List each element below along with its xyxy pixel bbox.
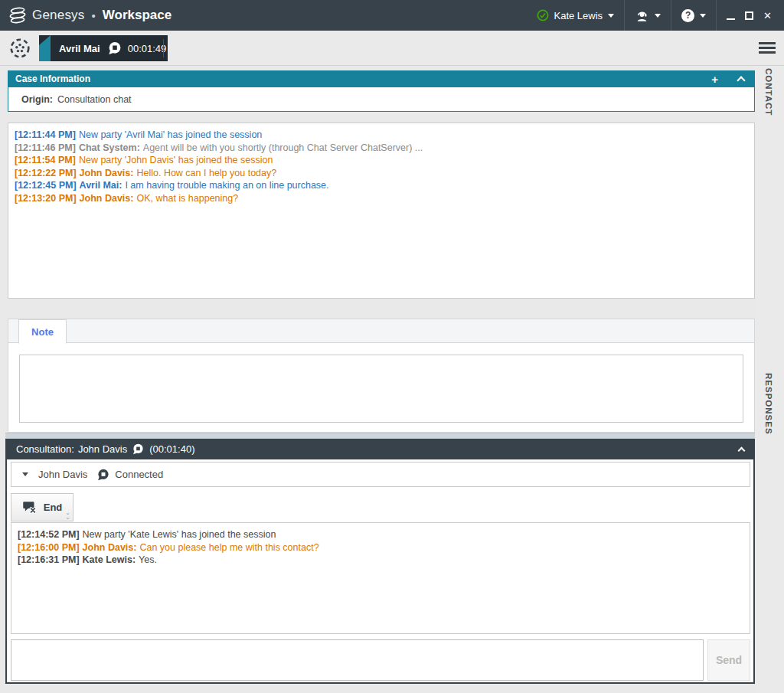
chat-interaction-tab[interactable]: Avril Mai 00:01:49 bbox=[39, 35, 168, 61]
hamburger-menu-icon[interactable] bbox=[759, 42, 776, 54]
chat-message: [12:12:45 PM]Avril Mai:I am having troub… bbox=[15, 179, 748, 192]
chat-message: [12:16:00 PM]John Davis:Can you please h… bbox=[18, 541, 743, 554]
party-status: Connected bbox=[115, 469, 163, 480]
chevron-down-icon bbox=[700, 14, 706, 18]
collapse-chevron-icon[interactable] bbox=[738, 446, 746, 454]
chat-bubble-icon bbox=[108, 41, 122, 55]
interaction-party-icon[interactable] bbox=[9, 38, 31, 59]
chat-message: [12:12:22 PM]John Davis:Hello. How can I… bbox=[15, 167, 748, 180]
window-controls: ✕ bbox=[716, 0, 784, 31]
chat-message: [12:11:54 PM]New party 'John Davis' has … bbox=[15, 154, 748, 167]
case-information-header: Case Information + bbox=[8, 70, 755, 87]
chat-message: [12:14:52 PM]New party 'Kate Lewis' has … bbox=[18, 528, 743, 541]
consultation-panel: Consultation: John Davis (00:01:40) John… bbox=[5, 439, 755, 684]
end-chat-icon bbox=[22, 501, 38, 515]
close-icon[interactable]: ✕ bbox=[763, 11, 772, 21]
tab-note[interactable]: Note bbox=[18, 319, 67, 344]
consultation-title: Consultation: bbox=[16, 443, 74, 455]
collapse-chevron-icon[interactable] bbox=[737, 76, 745, 84]
note-input[interactable] bbox=[19, 355, 743, 423]
consultation-party: John Davis bbox=[78, 443, 127, 455]
help-menu[interactable]: ? bbox=[671, 0, 716, 31]
brand: Genesys • Workspace bbox=[8, 5, 172, 25]
title-bar: Genesys • Workspace Kate Lewis ? bbox=[0, 0, 784, 31]
agent-status-menu[interactable]: Kate Lewis bbox=[527, 0, 625, 31]
origin-value: Consultation chat bbox=[57, 94, 132, 105]
end-consultation-button[interactable]: End ⌄⌄ bbox=[11, 493, 74, 521]
tab-separator bbox=[163, 39, 164, 57]
brand-name: Genesys bbox=[32, 8, 85, 23]
main-chat-transcript[interactable]: [12:11:44 PM]New party 'Avril Mai' has j… bbox=[8, 123, 755, 299]
agent-name: Kate Lewis bbox=[554, 10, 603, 21]
case-information-title: Case Information bbox=[15, 74, 90, 84]
maximize-icon[interactable] bbox=[745, 11, 753, 20]
interaction-bar: Avril Mai 00:01:49 bbox=[0, 31, 784, 66]
party-name: John Davis bbox=[38, 469, 87, 480]
headset-agent-icon bbox=[635, 8, 649, 23]
add-icon[interactable]: + bbox=[711, 74, 718, 85]
panel-splitter[interactable] bbox=[5, 433, 755, 439]
workspace-window: Genesys • Workspace Kate Lewis ? bbox=[0, 0, 784, 693]
chat-message: [12:13:20 PM]John Davis:OK, what is happ… bbox=[15, 192, 748, 205]
more-options-icon: ⌄⌄ bbox=[65, 511, 70, 520]
chat-message: [12:11:46 PM]Chat System:Agent will be w… bbox=[15, 142, 748, 155]
chevron-down-icon bbox=[655, 14, 661, 18]
origin-label: Origin: bbox=[21, 94, 53, 105]
case-information-panel: Case Information + Origin: Consultation … bbox=[8, 70, 755, 112]
genesys-logo-icon bbox=[8, 5, 28, 25]
send-button[interactable]: Send bbox=[707, 639, 750, 681]
expand-caret-icon[interactable] bbox=[22, 472, 28, 476]
side-rail: CONTACT RESPONSES bbox=[755, 66, 784, 693]
tab-party-name: Avril Mai bbox=[59, 43, 100, 54]
minimize-icon[interactable] bbox=[727, 18, 735, 20]
ready-check-icon bbox=[537, 9, 549, 21]
chat-bubble-icon bbox=[132, 443, 144, 455]
consultation-header: Consultation: John Davis (00:01:40) bbox=[7, 439, 753, 459]
brand-separator: • bbox=[92, 9, 96, 22]
tab-accent-stripe bbox=[39, 35, 51, 61]
chat-message: [12:11:44 PM]New party 'Avril Mai' has j… bbox=[15, 129, 748, 142]
message-input[interactable] bbox=[11, 639, 704, 681]
note-panel: Note bbox=[8, 319, 755, 433]
note-tabstrip: Note bbox=[8, 319, 754, 343]
consultation-party-row[interactable]: John Davis Connected bbox=[11, 462, 750, 487]
end-button-label: End bbox=[44, 502, 63, 513]
chat-message: [12:16:31 PM]Kate Lewis:Yes. bbox=[18, 554, 743, 567]
case-information-body: Origin: Consultation chat bbox=[8, 87, 755, 112]
consultation-transcript[interactable]: [12:14:52 PM]New party 'Kate Lewis' has … bbox=[11, 522, 750, 634]
help-icon: ? bbox=[681, 9, 694, 22]
tab-timer: 00:01:49 bbox=[128, 43, 167, 54]
tab-contact[interactable]: CONTACT bbox=[764, 68, 773, 116]
brand-product: Workspace bbox=[103, 8, 172, 23]
supervisor-menu[interactable] bbox=[624, 0, 671, 31]
tab-responses[interactable]: RESPONSES bbox=[764, 373, 773, 435]
chevron-down-icon bbox=[608, 14, 614, 18]
consultation-timer: (00:01:40) bbox=[149, 443, 194, 455]
chat-bubble-icon bbox=[97, 469, 109, 481]
